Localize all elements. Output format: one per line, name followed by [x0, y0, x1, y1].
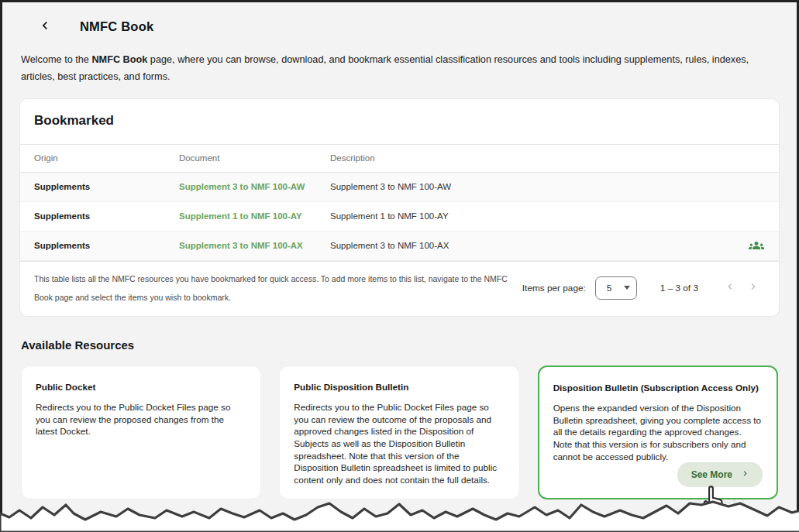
- resource-cards: Public Docket Redirects you to the Publi…: [21, 366, 778, 499]
- items-per-page-select[interactable]: 5: [595, 276, 637, 300]
- table-row: Supplements Supplement 3 to NMF 100-AX S…: [20, 232, 779, 261]
- table-footer-note: This table lists all the NMFC resources …: [34, 269, 513, 307]
- document-link[interactable]: Supplement 1 to NMF 100-AY: [179, 211, 330, 221]
- page-header: NMFC Book: [2, 2, 797, 35]
- table-row: Supplements Supplement 3 to NMF 100-AW S…: [20, 173, 779, 202]
- welcome-text: Welcome to the NMFC Book page, where you…: [21, 52, 778, 86]
- card-disposition-bulletin-subscription[interactable]: Disposition Bulletin (Subscription Acces…: [538, 366, 778, 499]
- page-title: NMFC Book: [80, 19, 153, 34]
- back-button[interactable]: [36, 18, 53, 35]
- table-header-row: Origin Document Description: [20, 144, 779, 173]
- table-row: Supplements Supplement 1 to NMF 100-AY S…: [20, 202, 779, 232]
- paginator-range-label: 1 – 3 of 3: [660, 283, 698, 293]
- document-link[interactable]: Supplement 3 to NMF 100-AX: [179, 241, 330, 250]
- description-cell: Supplement 3 to NMF 100-AX: [330, 241, 734, 250]
- paginator: Items per page: 5 1 – 3 of 3: [522, 276, 765, 300]
- card-public-docket[interactable]: Public Docket Redirects you to the Publi…: [21, 366, 261, 499]
- previous-page-button[interactable]: [718, 276, 742, 300]
- chevron-right-icon: [747, 280, 759, 295]
- origin-cell: Supplements: [34, 241, 179, 250]
- see-more-label: See More: [691, 469, 732, 480]
- available-resources-title: Available Resources: [21, 338, 778, 352]
- items-per-page-value: 5: [607, 283, 624, 293]
- chevron-left-icon: [724, 280, 736, 295]
- chevron-right-icon: [740, 469, 750, 481]
- groups-icon[interactable]: [749, 238, 764, 253]
- bookmarked-table: Origin Document Description Supplements …: [20, 144, 779, 316]
- origin-cell: Supplements: [34, 182, 179, 191]
- card-title: Disposition Bulletin (Subscription Acces…: [553, 383, 763, 393]
- column-header-origin: Origin: [34, 153, 179, 163]
- document-link[interactable]: Supplement 3 to NMF 100-AW: [179, 182, 330, 191]
- see-more-button[interactable]: See More: [677, 462, 763, 487]
- torn-edge: [0, 496, 799, 532]
- card-public-disposition-bulletin[interactable]: Public Disposition Bulletin Redirects yo…: [279, 366, 519, 499]
- column-header-description: Description: [330, 153, 734, 163]
- bookmarked-card: Bookmarked Origin Document Description S…: [19, 98, 780, 317]
- description-cell: Supplement 3 to NMF 100-AW: [330, 182, 734, 191]
- card-body: Redirects you to the Public Docket Files…: [294, 401, 505, 486]
- card-title: Public Docket: [36, 382, 246, 392]
- table-footer: This table lists all the NMFC resources …: [20, 261, 779, 316]
- card-body: Opens the expanded version of the Dispos…: [553, 402, 763, 462]
- card-title: Public Disposition Bulletin: [294, 382, 505, 392]
- bookmarked-title: Bookmarked: [20, 99, 779, 144]
- chevron-left-icon: [37, 18, 53, 36]
- card-body: Redirects you to the Public Docket Files…: [36, 401, 246, 438]
- items-per-page-label: Items per page:: [522, 283, 586, 293]
- column-header-document: Document: [179, 153, 330, 163]
- description-cell: Supplement 1 to NMF 100-AY: [330, 211, 734, 221]
- origin-cell: Supplements: [34, 211, 179, 221]
- page-frame: NMFC Book Welcome to the NMFC Book page,…: [0, 0, 799, 532]
- caret-down-icon: [624, 286, 630, 290]
- next-page-button[interactable]: [742, 276, 765, 300]
